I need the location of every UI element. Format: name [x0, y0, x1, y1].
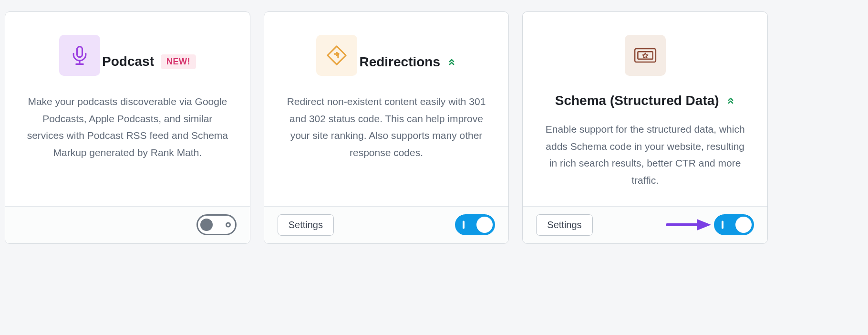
card-footer	[5, 206, 250, 243]
card-redirections: Redirections Redirect non-existent conte…	[264, 11, 509, 244]
settings-button-redirections[interactable]: Settings	[278, 214, 334, 236]
footer-right	[665, 214, 754, 235]
svg-marker-6	[697, 219, 711, 230]
new-badge: NEW!	[161, 54, 196, 69]
card-title: Podcast	[102, 54, 154, 69]
card-title: Redirections	[359, 54, 440, 70]
card-footer: Settings	[523, 206, 767, 243]
chevrons-up-icon	[447, 57, 456, 67]
card-body: Schema (Structured Data) Enable support …	[523, 12, 767, 206]
card-description: Enable support for the structured data, …	[542, 121, 748, 189]
card-footer: Settings	[264, 206, 509, 243]
card-title-row: Podcast NEW!	[102, 54, 196, 69]
card-title-row: Redirections	[359, 54, 456, 70]
schema-icon	[625, 35, 666, 76]
card-schema: Schema (Structured Data) Enable support …	[522, 11, 768, 244]
arrow-annotation-icon	[665, 216, 711, 233]
card-body: Redirections Redirect non-existent conte…	[264, 12, 509, 206]
module-cards-row: Podcast NEW! Make your podcasts discover…	[5, 11, 768, 244]
settings-button-schema[interactable]: Settings	[536, 214, 592, 236]
card-description: Make your podcasts discoverable via Goog…	[24, 93, 231, 161]
chevrons-up-icon	[726, 95, 735, 106]
microphone-icon	[59, 35, 100, 76]
card-title: Schema (Structured Data)	[555, 93, 719, 108]
card-title-row: Schema (Structured Data)	[555, 93, 735, 108]
card-body: Podcast NEW! Make your podcasts discover…	[5, 12, 250, 206]
svg-rect-0	[77, 47, 82, 57]
card-podcast: Podcast NEW! Make your podcasts discover…	[5, 11, 250, 244]
redirect-icon	[316, 35, 357, 76]
toggle-schema[interactable]	[714, 214, 754, 235]
card-description: Redirect non-existent content easily wit…	[283, 93, 490, 161]
toggle-redirections[interactable]	[455, 214, 495, 235]
toggle-podcast[interactable]	[196, 214, 237, 235]
